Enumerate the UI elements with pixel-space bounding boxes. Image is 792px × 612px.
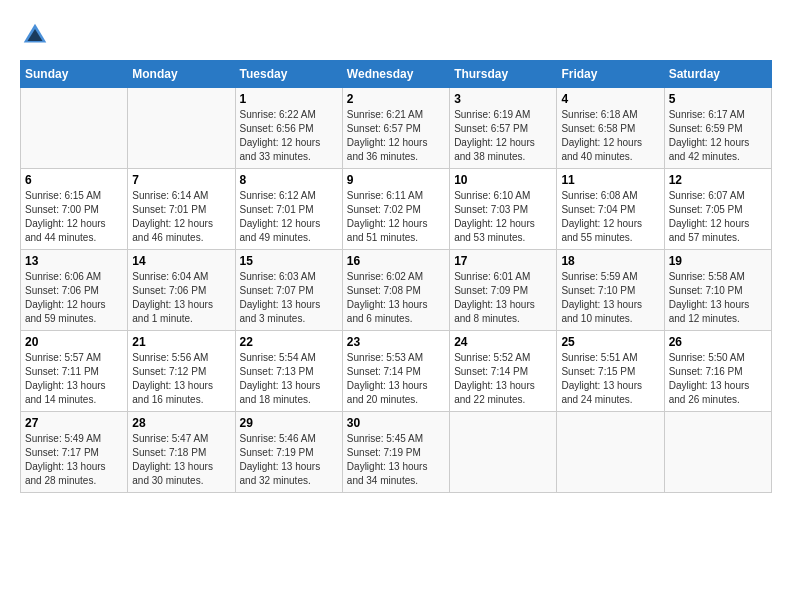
day-number: 10 <box>454 173 552 187</box>
daylight-text: Daylight: 12 hours and 49 minutes. <box>240 218 321 243</box>
calendar-cell: 30 Sunrise: 5:45 AM Sunset: 7:19 PM Dayl… <box>342 412 449 493</box>
sunrise-text: Sunrise: 6:17 AM <box>669 109 745 120</box>
calendar-cell: 10 Sunrise: 6:10 AM Sunset: 7:03 PM Dayl… <box>450 169 557 250</box>
day-info: Sunrise: 5:58 AM Sunset: 7:10 PM Dayligh… <box>669 270 767 326</box>
sunrise-text: Sunrise: 5:57 AM <box>25 352 101 363</box>
calendar-cell: 22 Sunrise: 5:54 AM Sunset: 7:13 PM Dayl… <box>235 331 342 412</box>
sunset-text: Sunset: 7:19 PM <box>347 447 421 458</box>
day-info: Sunrise: 5:57 AM Sunset: 7:11 PM Dayligh… <box>25 351 123 407</box>
day-info: Sunrise: 6:10 AM Sunset: 7:03 PM Dayligh… <box>454 189 552 245</box>
day-info: Sunrise: 5:51 AM Sunset: 7:15 PM Dayligh… <box>561 351 659 407</box>
day-info: Sunrise: 6:22 AM Sunset: 6:56 PM Dayligh… <box>240 108 338 164</box>
day-info: Sunrise: 6:02 AM Sunset: 7:08 PM Dayligh… <box>347 270 445 326</box>
sunset-text: Sunset: 7:00 PM <box>25 204 99 215</box>
sunset-text: Sunset: 7:06 PM <box>25 285 99 296</box>
calendar-cell: 1 Sunrise: 6:22 AM Sunset: 6:56 PM Dayli… <box>235 88 342 169</box>
day-number: 1 <box>240 92 338 106</box>
day-info: Sunrise: 5:52 AM Sunset: 7:14 PM Dayligh… <box>454 351 552 407</box>
calendar-cell <box>450 412 557 493</box>
sunrise-text: Sunrise: 6:21 AM <box>347 109 423 120</box>
sunrise-text: Sunrise: 6:22 AM <box>240 109 316 120</box>
sunrise-text: Sunrise: 6:08 AM <box>561 190 637 201</box>
calendar-cell: 26 Sunrise: 5:50 AM Sunset: 7:16 PM Dayl… <box>664 331 771 412</box>
daylight-text: Daylight: 12 hours and 55 minutes. <box>561 218 642 243</box>
calendar-cell: 9 Sunrise: 6:11 AM Sunset: 7:02 PM Dayli… <box>342 169 449 250</box>
daylight-text: Daylight: 12 hours and 46 minutes. <box>132 218 213 243</box>
sunrise-text: Sunrise: 5:51 AM <box>561 352 637 363</box>
daylight-text: Daylight: 12 hours and 51 minutes. <box>347 218 428 243</box>
sunrise-text: Sunrise: 6:01 AM <box>454 271 530 282</box>
sunset-text: Sunset: 6:57 PM <box>347 123 421 134</box>
calendar-cell <box>21 88 128 169</box>
day-number: 11 <box>561 173 659 187</box>
sunrise-text: Sunrise: 5:46 AM <box>240 433 316 444</box>
day-info: Sunrise: 6:14 AM Sunset: 7:01 PM Dayligh… <box>132 189 230 245</box>
col-header-sunday: Sunday <box>21 61 128 88</box>
daylight-text: Daylight: 12 hours and 44 minutes. <box>25 218 106 243</box>
sunset-text: Sunset: 7:12 PM <box>132 366 206 377</box>
calendar-cell: 15 Sunrise: 6:03 AM Sunset: 7:07 PM Dayl… <box>235 250 342 331</box>
daylight-text: Daylight: 13 hours and 34 minutes. <box>347 461 428 486</box>
sunrise-text: Sunrise: 6:04 AM <box>132 271 208 282</box>
sunrise-text: Sunrise: 6:11 AM <box>347 190 423 201</box>
sunrise-text: Sunrise: 6:02 AM <box>347 271 423 282</box>
daylight-text: Daylight: 13 hours and 6 minutes. <box>347 299 428 324</box>
calendar-cell: 16 Sunrise: 6:02 AM Sunset: 7:08 PM Dayl… <box>342 250 449 331</box>
sunset-text: Sunset: 7:07 PM <box>240 285 314 296</box>
day-info: Sunrise: 6:01 AM Sunset: 7:09 PM Dayligh… <box>454 270 552 326</box>
col-header-thursday: Thursday <box>450 61 557 88</box>
col-header-tuesday: Tuesday <box>235 61 342 88</box>
calendar-table: SundayMondayTuesdayWednesdayThursdayFrid… <box>20 60 772 493</box>
sunset-text: Sunset: 6:59 PM <box>669 123 743 134</box>
sunset-text: Sunset: 7:05 PM <box>669 204 743 215</box>
sunrise-text: Sunrise: 6:06 AM <box>25 271 101 282</box>
day-number: 12 <box>669 173 767 187</box>
sunset-text: Sunset: 6:56 PM <box>240 123 314 134</box>
day-info: Sunrise: 5:59 AM Sunset: 7:10 PM Dayligh… <box>561 270 659 326</box>
day-number: 20 <box>25 335 123 349</box>
day-number: 25 <box>561 335 659 349</box>
calendar-cell: 11 Sunrise: 6:08 AM Sunset: 7:04 PM Dayl… <box>557 169 664 250</box>
day-number: 6 <box>25 173 123 187</box>
sunrise-text: Sunrise: 6:15 AM <box>25 190 101 201</box>
daylight-text: Daylight: 13 hours and 8 minutes. <box>454 299 535 324</box>
calendar-cell: 25 Sunrise: 5:51 AM Sunset: 7:15 PM Dayl… <box>557 331 664 412</box>
day-number: 8 <box>240 173 338 187</box>
daylight-text: Daylight: 13 hours and 14 minutes. <box>25 380 106 405</box>
sunrise-text: Sunrise: 5:52 AM <box>454 352 530 363</box>
sunrise-text: Sunrise: 5:45 AM <box>347 433 423 444</box>
day-info: Sunrise: 5:47 AM Sunset: 7:18 PM Dayligh… <box>132 432 230 488</box>
daylight-text: Daylight: 13 hours and 16 minutes. <box>132 380 213 405</box>
calendar-cell: 24 Sunrise: 5:52 AM Sunset: 7:14 PM Dayl… <box>450 331 557 412</box>
day-info: Sunrise: 6:19 AM Sunset: 6:57 PM Dayligh… <box>454 108 552 164</box>
day-info: Sunrise: 6:11 AM Sunset: 7:02 PM Dayligh… <box>347 189 445 245</box>
sunset-text: Sunset: 7:08 PM <box>347 285 421 296</box>
sunrise-text: Sunrise: 6:03 AM <box>240 271 316 282</box>
col-header-friday: Friday <box>557 61 664 88</box>
sunrise-text: Sunrise: 5:47 AM <box>132 433 208 444</box>
day-number: 4 <box>561 92 659 106</box>
calendar-cell: 8 Sunrise: 6:12 AM Sunset: 7:01 PM Dayli… <box>235 169 342 250</box>
calendar-cell: 5 Sunrise: 6:17 AM Sunset: 6:59 PM Dayli… <box>664 88 771 169</box>
sunrise-text: Sunrise: 5:53 AM <box>347 352 423 363</box>
sunrise-text: Sunrise: 5:54 AM <box>240 352 316 363</box>
daylight-text: Daylight: 13 hours and 12 minutes. <box>669 299 750 324</box>
sunset-text: Sunset: 7:01 PM <box>132 204 206 215</box>
day-info: Sunrise: 5:46 AM Sunset: 7:19 PM Dayligh… <box>240 432 338 488</box>
sunset-text: Sunset: 7:10 PM <box>669 285 743 296</box>
sunset-text: Sunset: 7:03 PM <box>454 204 528 215</box>
calendar-cell: 12 Sunrise: 6:07 AM Sunset: 7:05 PM Dayl… <box>664 169 771 250</box>
daylight-text: Daylight: 12 hours and 42 minutes. <box>669 137 750 162</box>
sunset-text: Sunset: 7:04 PM <box>561 204 635 215</box>
calendar-cell: 23 Sunrise: 5:53 AM Sunset: 7:14 PM Dayl… <box>342 331 449 412</box>
sunset-text: Sunset: 7:15 PM <box>561 366 635 377</box>
day-number: 17 <box>454 254 552 268</box>
calendar-cell: 6 Sunrise: 6:15 AM Sunset: 7:00 PM Dayli… <box>21 169 128 250</box>
day-number: 16 <box>347 254 445 268</box>
daylight-text: Daylight: 13 hours and 10 minutes. <box>561 299 642 324</box>
calendar-cell <box>557 412 664 493</box>
day-number: 26 <box>669 335 767 349</box>
daylight-text: Daylight: 12 hours and 59 minutes. <box>25 299 106 324</box>
day-info: Sunrise: 6:15 AM Sunset: 7:00 PM Dayligh… <box>25 189 123 245</box>
daylight-text: Daylight: 13 hours and 32 minutes. <box>240 461 321 486</box>
